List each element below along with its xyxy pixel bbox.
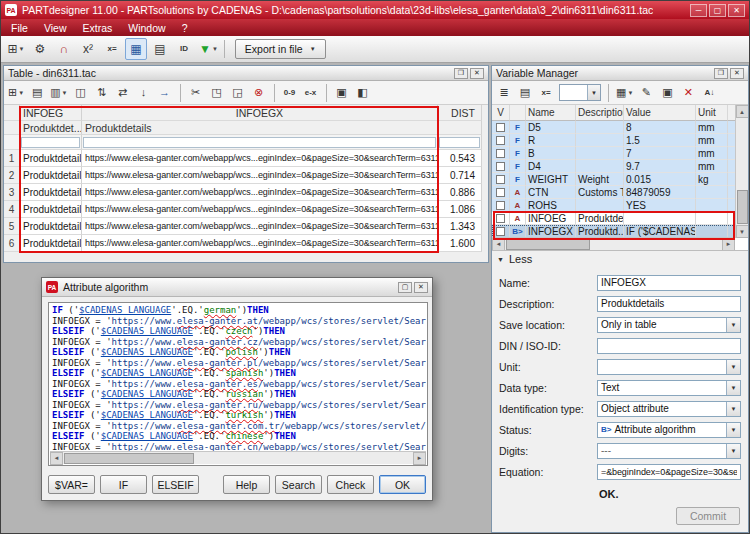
cell-dist[interactable]: 1.600 (438, 235, 482, 252)
variable-list-icon[interactable]: ▤ (515, 83, 535, 103)
new-window-icon[interactable]: ⊞▼ (5, 38, 27, 60)
table-row[interactable]: 6 Produktdetails https://www.elesa-gante… (4, 235, 488, 252)
table-options-icon[interactable]: ⊞▼ (6, 83, 26, 103)
horizontal-scrollbar[interactable]: ◄ ► (492, 237, 735, 250)
paste-icon[interactable]: ◲ (228, 83, 248, 103)
chevron-down-icon[interactable]: ▼ (18, 90, 24, 96)
table-row[interactable]: 5 Produktdetails https://www.elesa-gante… (4, 218, 488, 235)
vm-column-header[interactable] (510, 105, 526, 121)
save-icon[interactable]: ◧ (353, 83, 373, 103)
filter-input-infoeg[interactable] (21, 137, 80, 148)
rename-icon[interactable]: ✎ (636, 83, 656, 103)
menu-item-window[interactable]: Window (120, 21, 173, 35)
menu-item-extras[interactable]: Extras (75, 21, 121, 35)
vm-column-header[interactable]: Value (624, 105, 696, 121)
vm-column-header[interactable]: Name (526, 105, 576, 121)
cell-infoegx[interactable]: https://www.elesa-ganter.com/webapp/wcs.… (82, 150, 438, 167)
menu-item-help[interactable]: ? (174, 21, 196, 35)
formula-icon[interactable]: x² (77, 38, 99, 60)
digits-format-icon[interactable]: 0-9 (280, 83, 300, 103)
variable-checkbox[interactable] (496, 175, 505, 184)
cell-infoegx[interactable]: https://www.elesa-ganter.com/webapp/wcs.… (82, 184, 438, 201)
scroll-right-icon[interactable]: ► (413, 452, 426, 465)
filter-input-dist[interactable] (439, 137, 480, 148)
data-type-select[interactable]: Text ▼ (597, 380, 741, 396)
close-panel-button[interactable]: ✕ (730, 68, 744, 79)
variable-checkbox[interactable] (496, 149, 505, 158)
cell-infoegx[interactable]: https://www.elesa-ganter.com/webapp/wcs.… (82, 167, 438, 184)
scrollbar-thumb[interactable] (64, 453, 194, 464)
scrollbar-thumb[interactable] (506, 239, 590, 250)
variable-checkbox[interactable] (496, 214, 505, 223)
save-variables-icon[interactable]: ▣ (657, 83, 677, 103)
status-select[interactable]: B> Attribute algorithm ▼ (597, 422, 741, 438)
dialog-titlebar[interactable]: PA Attribute algorithm ▢ ✕ (42, 278, 432, 297)
vm-column-header[interactable]: Unit (696, 105, 728, 121)
swap-rows-icon[interactable]: ⇄ (113, 83, 133, 103)
scroll-left-icon[interactable]: ◄ (492, 238, 505, 251)
close-dialog-button[interactable]: ✕ (414, 282, 428, 293)
less-expander[interactable]: ▼ Less (492, 251, 748, 267)
cell-infoeg[interactable]: Produktdetails (20, 184, 82, 201)
close-panel-button[interactable]: ✕ (470, 68, 484, 79)
variable-row-r[interactable]: FR1.5mm (492, 134, 735, 147)
vertical-scrollbar[interactable]: ▲ ▼ (735, 105, 748, 238)
scroll-up-icon[interactable]: ▲ (736, 105, 749, 118)
variable-checkbox[interactable] (496, 227, 505, 236)
algorithm-editor[interactable]: IF ('$CADENAS_LANGUAGE'.EQ.'german')THEN… (48, 302, 428, 466)
description-field[interactable] (597, 296, 741, 312)
dialog-button-check[interactable]: Check (327, 475, 374, 494)
dialog-button-search[interactable]: Search (275, 475, 322, 494)
cell-infoegx[interactable]: https://www.elesa-ganter.com/webapp/wcs.… (82, 235, 438, 252)
table-row[interactable]: 2 Produktdetails https://www.elesa-gante… (4, 167, 488, 184)
close-button[interactable]: ✕ (728, 4, 745, 17)
scroll-right-icon[interactable]: ► (722, 238, 735, 251)
column-header-infoeg[interactable]: INFOEG (20, 105, 82, 121)
sort-az-icon[interactable]: A↓ (699, 83, 719, 103)
column-header-infoegx[interactable]: INFOEGX (82, 105, 438, 121)
dialog-button-var[interactable]: $VAR= (48, 475, 95, 494)
equation-field[interactable] (597, 464, 741, 480)
sort-icon[interactable]: ↓ (134, 83, 154, 103)
vm-column-header[interactable]: Description (576, 105, 624, 121)
scroll-left-icon[interactable]: ◄ (50, 452, 63, 465)
chevron-down-icon[interactable]: ▼ (62, 90, 68, 96)
table-view-icon[interactable]: ▦ (125, 38, 147, 60)
minimize-button[interactable]: ─ (690, 4, 707, 17)
save-location-select[interactable]: Only in table ▼ (597, 317, 741, 333)
append-column-icon[interactable]: ◫ (71, 83, 91, 103)
cell-infoegx[interactable]: https://www.elesa-ganter.com/webapp/wcs.… (82, 218, 438, 235)
cell-infoeg[interactable]: Produktdetails (20, 218, 82, 235)
maximize-button[interactable]: ▢ (709, 4, 726, 17)
transfer-icon[interactable]: → (155, 83, 175, 103)
cell-dist[interactable]: 1.086 (438, 201, 482, 218)
table-panel-titlebar[interactable]: Table - din6311.tac ❐ ✕ (4, 66, 488, 81)
status-flag-icon[interactable]: ▼▼ (197, 38, 220, 60)
variable-row-b[interactable]: FB7mm (492, 147, 735, 160)
variable-row-infoeg[interactable]: AINFOEGProduktdetails (492, 212, 735, 225)
horizontal-scrollbar[interactable]: ◄ ► (50, 451, 426, 464)
name-field[interactable] (597, 275, 741, 291)
title-bar[interactable]: PA PARTdesigner 11.00 - PARTsolutions by… (1, 1, 749, 19)
variable-checkbox[interactable] (496, 136, 505, 145)
variable-checkbox[interactable] (496, 201, 505, 210)
cell-dist[interactable]: 0.543 (438, 150, 482, 167)
dialog-button-elseif[interactable]: ELSEIF (152, 475, 199, 494)
cell-infoeg[interactable]: Produktdetails (20, 201, 82, 218)
unit-select[interactable]: ▼ (597, 359, 741, 375)
digits-select[interactable]: --- ▼ (597, 443, 741, 459)
magnet-icon[interactable]: ∩ (53, 38, 75, 60)
menu-item-view[interactable]: View (36, 21, 75, 35)
chevron-down-icon[interactable]: ▼ (19, 46, 25, 52)
view-mode-icon[interactable]: ▦▼ (614, 83, 635, 103)
filter-input-infoegx[interactable] (83, 137, 436, 148)
variable-checkbox[interactable] (496, 162, 505, 171)
cell-infoeg[interactable]: Produktdetails (20, 150, 82, 167)
column-header-dist[interactable]: DIST (438, 105, 482, 121)
chevron-down-icon[interactable]: ▼ (212, 46, 218, 52)
scroll-down-icon[interactable]: ▼ (736, 225, 749, 238)
variable-filter-combo[interactable]: ▼ (559, 84, 601, 101)
document-view-icon[interactable]: ▤ (149, 38, 171, 60)
copy-icon[interactable]: ◳ (207, 83, 227, 103)
insert-column-icon[interactable]: ▥▼ (48, 83, 69, 103)
